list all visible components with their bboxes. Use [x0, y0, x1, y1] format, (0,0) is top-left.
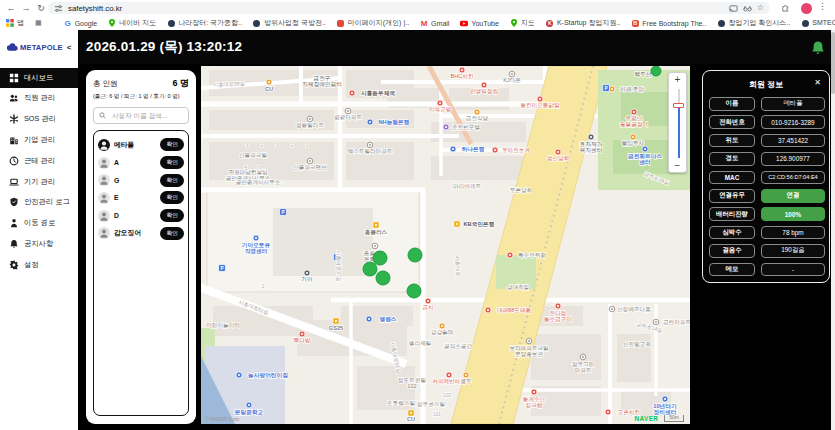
bookmark-item[interactable]: GGoogle: [64, 18, 98, 28]
bookmark-star-icon[interactable]: ☆: [757, 2, 764, 14]
worker-marker[interactable]: [408, 248, 422, 262]
member-row: 위도37.451422: [709, 134, 825, 148]
search-input[interactable]: [110, 111, 183, 120]
worker-marker[interactable]: [651, 66, 661, 76]
confirm-button[interactable]: 확인: [160, 174, 184, 187]
map-label: 하나은행: [461, 146, 485, 153]
sidebar-item-5[interactable]: 근태 관리: [0, 151, 78, 171]
chrome-menu-icon[interactable]: ⋮: [818, 1, 827, 11]
map[interactable]: CU금천구지체장애인쉼터시흥동우체국명광아파트NH농협은행성용빌라트웨스트빌라아…: [201, 66, 690, 424]
map-label: 백두산: [634, 71, 651, 77]
worker-marker[interactable]: [373, 251, 387, 265]
apps-shortcut[interactable]: 앱: [6, 18, 24, 28]
confirm-button[interactable]: 확인: [160, 209, 184, 222]
user-row[interactable]: 메타폴확인: [98, 136, 184, 154]
bookmark-item[interactable]: 방위사업청 국방전..: [253, 18, 326, 28]
clock-icon: [9, 156, 19, 166]
current-datetime: 2026.01.29 (목) 13:20:12: [86, 38, 242, 56]
confirm-button[interactable]: 확인: [160, 227, 184, 240]
sidebar-item-9[interactable]: 공지사항: [0, 234, 78, 254]
cast-icon[interactable]: [729, 4, 738, 13]
sidebar-item-4[interactable]: 기업 관리: [0, 130, 78, 150]
bookmark-item[interactable]: 마이페이지(개인) |..: [337, 18, 409, 28]
reading-list-icon[interactable]: ▦: [35, 19, 42, 27]
user-list: 메타폴확인A확인G확인E확인D확인갑오징어확인: [93, 130, 189, 416]
bookmark-item[interactable]: YouTube: [460, 18, 499, 28]
scrollbar-thumb[interactable]: [831, 32, 835, 94]
confirm-button[interactable]: 확인: [160, 138, 184, 151]
worker-marker[interactable]: [363, 262, 377, 276]
worker-marker[interactable]: [407, 284, 421, 298]
confirm-button[interactable]: 확인: [160, 156, 184, 169]
forward-icon[interactable]: →: [19, 0, 33, 16]
map-label: 시흥대로37길: [336, 250, 342, 282]
sidebar-item-1[interactable]: 대시보드: [0, 68, 78, 88]
bookmark-item[interactable]: SMTECH 종합관리..: [801, 18, 835, 28]
map-label: 산울파크맨션: [293, 164, 327, 170]
field-value: -: [761, 263, 825, 277]
reading-mode-icon[interactable]: [743, 4, 752, 13]
sidebar-item-label: 안전관리 로그: [24, 197, 70, 207]
map-label: 상대족발: [507, 284, 530, 290]
bookmark-item[interactable]: KK-Startup 창업지원..: [546, 18, 620, 28]
sidebar-collapse-icon[interactable]: <: [67, 43, 72, 52]
user-row[interactable]: D확인: [98, 207, 184, 225]
site-settings-icon[interactable]: [54, 4, 63, 13]
map-label: BHC치킨: [451, 73, 474, 79]
field-label: 전화번호: [709, 115, 755, 129]
user-name: D: [114, 212, 156, 219]
notification-bell-icon[interactable]: [810, 40, 826, 56]
url-bar[interactable]: safetyshift.co.kr ☆: [48, 2, 770, 14]
bookmark-item[interactable]: MGmail: [420, 18, 449, 28]
map-label: 웨스트빌라아파트: [348, 148, 393, 154]
zoom-in-button[interactable]: +: [669, 73, 686, 86]
bookmark-items: GGoogle네이버 지도나라장터: 국가종합..방위사업청 국방전..마이페이…: [64, 18, 835, 28]
bookmark-item[interactable]: 네이버 지도: [108, 18, 156, 28]
map-label: 특수부위왕: [518, 252, 546, 258]
bookmark-item[interactable]: BFree Bootstrap The..: [631, 18, 706, 28]
field-value: 37.451422: [761, 134, 825, 148]
map-label: 청우그린아파트: [572, 361, 594, 373]
browser-chrome: ← → ↻ safetyshift.co.kr ☆ ⋮ 앱 ▦ GGoogle네…: [0, 0, 835, 31]
sidebar-item-10[interactable]: 설정: [0, 255, 78, 275]
bookmark-label: SMTECH 종합관리..: [812, 18, 835, 28]
cloud-logo-icon: [7, 43, 18, 51]
dashboard-icon: [9, 73, 19, 83]
people-icon: [9, 93, 19, 103]
map-label: 효자재가복지센터: [580, 141, 603, 153]
bookmark-item[interactable]: 지도: [510, 18, 535, 28]
map-label: 엘리제빌: [409, 340, 431, 346]
back-icon[interactable]: ←: [4, 0, 18, 16]
reload-icon[interactable]: ↻: [34, 0, 48, 16]
sidebar-item-3[interactable]: SOS 관리: [0, 109, 78, 129]
user-row[interactable]: 갑오징어확인: [98, 224, 184, 242]
user-row[interactable]: A확인: [98, 154, 184, 172]
sidebar-item-2[interactable]: 직원 관리: [0, 88, 78, 108]
worker-marker[interactable]: [376, 271, 390, 285]
user-row[interactable]: G확인: [98, 171, 184, 189]
close-icon[interactable]: ✕: [814, 78, 821, 87]
bookmark-label: YouTube: [471, 20, 499, 27]
bookmark-item[interactable]: 나라장터: 국가종합..: [167, 18, 242, 28]
map-label: 어린이놀이터: [206, 322, 240, 328]
member-row: 전화번호010-9216-3289: [709, 115, 825, 129]
member-row: 연결유무연결: [709, 189, 825, 203]
bookmark-item[interactable]: 창업기업 확인시스..: [717, 18, 790, 28]
confirm-button[interactable]: 확인: [160, 191, 184, 204]
device-icon: [9, 177, 19, 187]
url-text[interactable]: safetyshift.co.kr: [68, 4, 724, 13]
map-label: 2: [261, 143, 264, 148]
sidebar-item-8[interactable]: 이동 경로: [0, 213, 78, 233]
bookmark-favicon-icon: [801, 19, 809, 27]
sidebar-item-7[interactable]: 안전관리 로그: [0, 192, 78, 212]
map-label: 동킨이오통닭발: [520, 102, 560, 109]
profile-avatar[interactable]: [801, 3, 812, 14]
extensions-icon[interactable]: [781, 3, 790, 12]
sidebar-item-6[interactable]: 기기 관리: [0, 172, 78, 192]
user-row[interactable]: E확인: [98, 189, 184, 207]
zoom-slider-handle[interactable]: [673, 103, 684, 108]
browser-toolbar: ← → ↻ safetyshift.co.kr ☆ ⋮: [0, 0, 835, 16]
user-avatar: [98, 139, 110, 151]
zoom-out-button[interactable]: −: [669, 159, 686, 172]
map-label: 동계수산킹크랩: [523, 396, 546, 408]
